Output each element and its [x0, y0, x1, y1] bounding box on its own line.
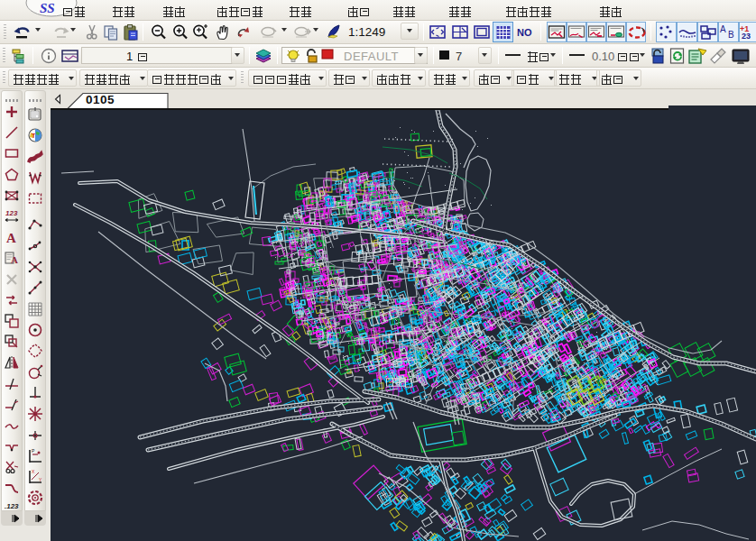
svg-text:B: B — [728, 30, 734, 40]
svg-text:NO: NO — [517, 27, 532, 38]
svg-text:A: A — [6, 231, 16, 245]
svg-text:123: 123 — [5, 209, 18, 217]
svg-text:Y: Y — [39, 477, 42, 482]
svg-text:A: A — [720, 24, 726, 34]
svg-text:X: X — [32, 469, 35, 474]
svg-text:23: 23 — [742, 32, 751, 41]
svg-text:T: T — [32, 133, 36, 139]
svg-text:SS: SS — [40, 1, 55, 15]
svg-text:P: P — [32, 448, 35, 454]
svg-text:A: A — [11, 254, 18, 265]
